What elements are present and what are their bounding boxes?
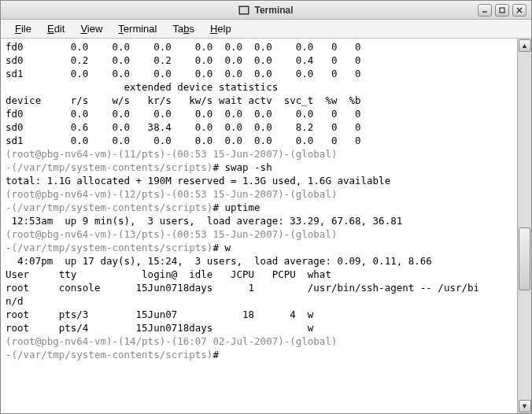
menu-file[interactable]: File (7, 21, 39, 36)
prompt-line: -(/var/tmp/system-contents/scripts) (6, 242, 212, 253)
out-line: extended device statistics (6, 81, 278, 93)
cmd: # w (212, 242, 231, 253)
cmd: # swap -sh (212, 161, 272, 173)
scrollbar[interactable]: ▲ ▼ (517, 39, 531, 413)
menu-terminal[interactable]: Terminal (110, 21, 164, 36)
maximize-button[interactable] (495, 4, 509, 17)
prompt-line: (root@pbg-nv64-vm)-(12/pts)-(00:53 15-Ju… (6, 188, 337, 200)
cmd: # (212, 349, 224, 360)
menu-edit[interactable]: Edit (39, 21, 72, 36)
out-line: 12:53am up 9 min(s), 3 users, load avera… (6, 215, 402, 227)
menu-help[interactable]: Help (202, 21, 239, 36)
svg-rect-3 (500, 8, 504, 13)
menu-view[interactable]: View (72, 21, 110, 36)
out-line: 4:07pm up 17 day(s), 15:24, 3 users, loa… (6, 255, 432, 267)
out-line: root pts/4 15Jun0718days w (6, 322, 313, 334)
window-title: Terminal (254, 5, 293, 16)
prompt-line: -(/var/tmp/system-contents/scripts) (6, 161, 212, 173)
menubar: File Edit View Terminal Tabs Help (1, 20, 531, 39)
terminal-window: Terminal File Edit View Terminal Tabs He… (0, 0, 532, 414)
prompt-line: -(/var/tmp/system-contents/scripts) (6, 349, 212, 360)
terminal-area: fd0 0.0 0.0 0.0 0.0 0.0 0.0 0.0 0 0 sd0 … (1, 39, 531, 413)
out-line: root console 15Jun0718days 1 /usr/bin/ss… (6, 282, 479, 294)
out-line: User tty login@ idle JCPU PCPU what (6, 268, 331, 280)
out-line: fd0 0.0 0.0 0.0 0.0 0.0 0.0 0.0 0 0 (6, 108, 361, 120)
scroll-down-button[interactable]: ▼ (519, 400, 531, 412)
out-line: device r/s w/s kr/s kw/s wait actv svc_t… (6, 94, 361, 106)
minimize-button[interactable] (478, 4, 492, 17)
svg-rect-1 (240, 7, 248, 13)
out-line: sd0 0.2 0.0 0.2 0.0 0.0 0.0 0.4 0 0 (6, 54, 361, 66)
cmd: # uptime (212, 201, 260, 213)
prompt-line: (root@pbg-nv64-vm)-(13/pts)-(00:53 15-Ju… (6, 228, 337, 240)
prompt-line: -(/var/tmp/system-contents/scripts) (6, 201, 212, 213)
out-line: n/d (6, 295, 24, 307)
prompt-line: (root@pbg-nv64-vm)-(14/pts)-(16:07 02-Ju… (6, 335, 337, 347)
out-line: total: 1.1G allocated + 190M reserved = … (6, 175, 390, 187)
close-button[interactable] (512, 4, 526, 17)
menu-tabs[interactable]: Tabs (164, 21, 201, 36)
prompt-line: (root@pbg-nv64-vm)-(11/pts)-(00:53 15-Ju… (6, 148, 337, 160)
out-line: sd1 0.0 0.0 0.0 0.0 0.0 0.0 0.0 0 0 (6, 68, 361, 79)
scroll-thumb[interactable] (519, 227, 530, 290)
titlebar: Terminal (1, 1, 531, 20)
terminal-icon (238, 5, 249, 16)
out-line: fd0 0.0 0.0 0.0 0.0 0.0 0.0 0.0 0 0 (6, 41, 361, 53)
out-line: sd0 0.6 0.0 38.4 0.0 0.0 0.0 8.2 0 0 (6, 121, 361, 133)
scroll-up-button[interactable]: ▲ (519, 39, 531, 52)
out-line: sd1 0.0 0.0 0.0 0.0 0.0 0.0 0.0 0 0 (6, 135, 361, 146)
terminal-output[interactable]: fd0 0.0 0.0 0.0 0.0 0.0 0.0 0.0 0 0 sd0 … (1, 39, 517, 413)
out-line: root pts/3 15Jun07 18 4 w (6, 309, 313, 320)
